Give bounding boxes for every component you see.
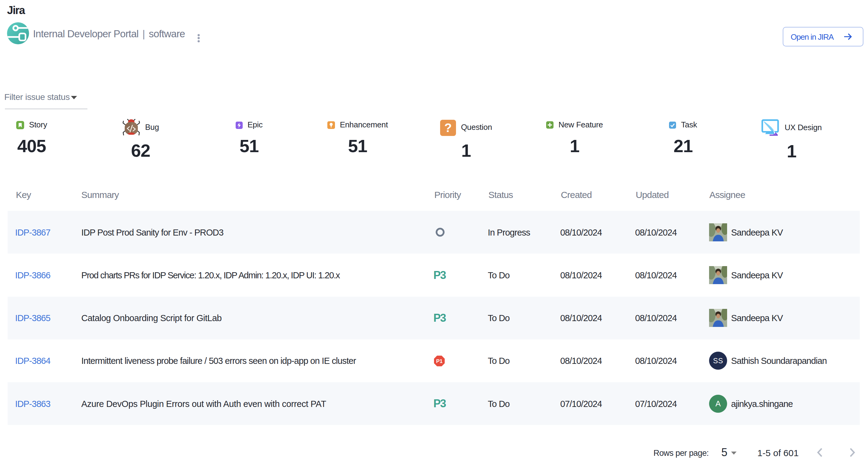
svg-text:?: ? — [444, 121, 452, 134]
svg-text:P1: P1 — [436, 358, 442, 364]
